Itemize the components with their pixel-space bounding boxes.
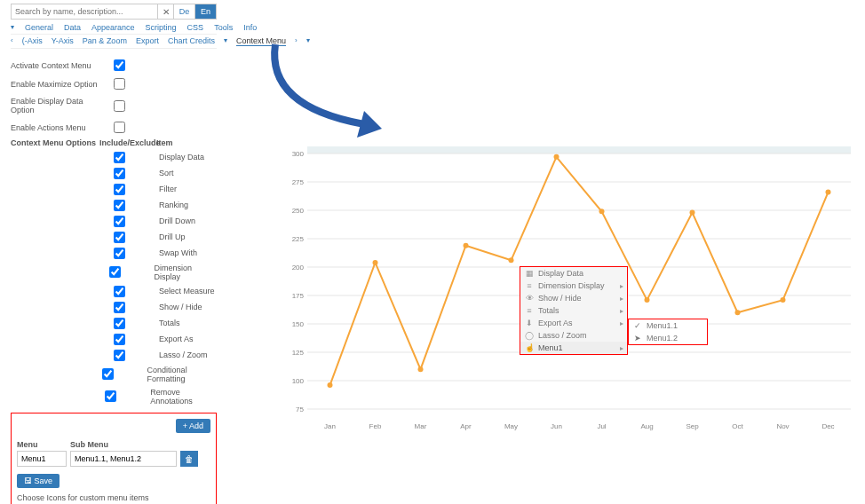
x-tick: Dec xyxy=(821,422,834,430)
subtab-yaxis[interactable]: Y-Axis xyxy=(52,36,74,46)
tab-css[interactable]: CSS xyxy=(187,23,204,32)
tab-data[interactable]: Data xyxy=(64,23,81,32)
lang-de-button[interactable]: De xyxy=(174,4,195,20)
x-tick: Jun xyxy=(551,422,562,430)
context-menu-item[interactable]: ☝Menu1▸ xyxy=(520,342,627,354)
svg-point-16 xyxy=(554,154,559,160)
option-checkbox[interactable] xyxy=(114,248,125,259)
context-menu-item[interactable]: ◯Lasso / Zoom xyxy=(520,329,627,342)
option-checkbox[interactable] xyxy=(105,390,116,402)
col-item: Item xyxy=(156,138,173,147)
option-label: Select Measure xyxy=(159,287,215,295)
chevron-left-icon[interactable]: ‹ xyxy=(11,36,13,46)
svg-point-19 xyxy=(690,210,695,216)
settings-panel: ✕ De En ▾ General Data Appearance Script… xyxy=(11,4,217,504)
svg-point-18 xyxy=(645,297,650,303)
svg-point-13 xyxy=(418,366,424,372)
context-menu-item[interactable]: 👁Show / Hide▸ xyxy=(520,292,627,304)
option-label: Dimension Display xyxy=(155,264,217,281)
option-label: Drill Up xyxy=(159,232,186,241)
delete-button[interactable]: 🗑 xyxy=(180,451,198,467)
search-input[interactable] xyxy=(11,4,158,20)
svg-point-11 xyxy=(328,382,333,388)
option-label: Remove Annotations xyxy=(150,388,217,406)
svg-point-12 xyxy=(373,260,378,265)
y-tick: 225 xyxy=(282,235,304,243)
option-label: Display Data xyxy=(159,153,204,161)
option-checkbox[interactable] xyxy=(114,334,125,345)
svg-point-20 xyxy=(735,310,741,315)
option-label: Show / Hide xyxy=(159,303,202,311)
context-menu-item[interactable]: ≡Totals▸ xyxy=(520,304,627,317)
save-button[interactable]: 🖫 Save xyxy=(17,474,60,488)
x-tick: Mar xyxy=(415,422,427,430)
y-tick: 250 xyxy=(282,207,304,215)
add-button[interactable]: + Add xyxy=(176,419,210,433)
svg-point-15 xyxy=(509,257,514,263)
curved-arrow-icon xyxy=(258,27,400,142)
context-menu-item[interactable]: ⬇Export As▸ xyxy=(520,317,627,329)
option-checkbox[interactable] xyxy=(114,302,125,313)
option-checkbox[interactable] xyxy=(114,216,125,227)
subtab-export[interactable]: Export xyxy=(136,36,159,46)
option-label: Conditional Formatting xyxy=(147,366,217,383)
subtab-panzoom[interactable]: Pan & Zoom xyxy=(83,36,127,46)
svg-point-21 xyxy=(781,297,786,303)
option-checkbox[interactable] xyxy=(114,152,125,163)
tab-appearance[interactable]: Appearance xyxy=(91,23,135,32)
icons-title: Choose Icons for custom menu items xyxy=(17,493,210,502)
subtab-xaxis[interactable]: (-Axis xyxy=(22,36,43,46)
chevron-down-icon[interactable]: ▾ xyxy=(224,36,227,46)
menu-header: Menu xyxy=(17,440,70,449)
clear-icon[interactable]: ✕ xyxy=(158,4,174,20)
tab-tools[interactable]: Tools xyxy=(214,23,233,32)
displaydata-checkbox[interactable] xyxy=(114,100,125,112)
y-tick: 125 xyxy=(282,349,304,357)
tab-scripting[interactable]: Scripting xyxy=(146,23,177,32)
x-tick: Jan xyxy=(324,422,336,430)
option-checkbox[interactable] xyxy=(114,168,125,179)
submenu-input[interactable] xyxy=(70,451,177,467)
subtab-credits[interactable]: Chart Credits xyxy=(168,36,215,46)
context-menu-item[interactable]: ▦Display Data xyxy=(520,267,627,280)
option-checkbox[interactable] xyxy=(109,266,121,278)
x-tick: Nov xyxy=(776,422,789,430)
x-tick: Sep xyxy=(686,422,698,430)
option-checkbox[interactable] xyxy=(114,350,125,361)
submenu-item[interactable]: ✓Menu1.1 xyxy=(629,319,707,332)
y-tick: 300 xyxy=(282,150,304,158)
actions-checkbox[interactable] xyxy=(114,122,125,133)
maximize-label: Enable Maximize Option xyxy=(11,80,99,89)
y-tick: 175 xyxy=(282,292,304,300)
context-menu-item[interactable]: ≡Dimension Display▸ xyxy=(520,280,627,292)
option-checkbox[interactable] xyxy=(102,368,114,380)
sub-tabs: ‹ (-Axis Y-Axis Pan & Zoom Export Chart … xyxy=(11,35,217,49)
y-tick: 100 xyxy=(282,377,304,385)
activate-label: Activate Context Menu xyxy=(11,61,99,70)
menu-input[interactable] xyxy=(17,451,67,467)
submenu-header: Sub Menu xyxy=(70,440,108,449)
chevron-down-icon[interactable]: ▾ xyxy=(11,23,14,32)
option-checkbox[interactable] xyxy=(114,200,125,211)
tab-general[interactable]: General xyxy=(25,23,53,32)
maximize-checkbox[interactable] xyxy=(114,78,125,90)
tab-info[interactable]: Info xyxy=(243,23,257,32)
search-row: ✕ De En xyxy=(11,4,217,20)
svg-point-14 xyxy=(464,243,469,248)
form: Activate Context Menu Enable Maximize Op… xyxy=(11,49,217,504)
activate-checkbox[interactable] xyxy=(114,59,125,71)
option-checkbox[interactable] xyxy=(114,184,125,195)
option-checkbox[interactable] xyxy=(114,318,125,329)
lang-en-button[interactable]: En xyxy=(195,4,217,20)
y-tick: 200 xyxy=(282,264,304,272)
displaydata-label: Enable Display Data Option xyxy=(11,97,99,114)
submenu-item[interactable]: ➤Menu1.2 xyxy=(629,332,707,344)
context-submenu: ✓Menu1.1➤Menu1.2 xyxy=(628,319,708,345)
top-tabs: ▾ General Data Appearance Scripting CSS … xyxy=(11,23,217,35)
option-label: Drill Down xyxy=(159,217,195,225)
option-label: Lasso / Zoom xyxy=(159,350,208,359)
option-checkbox[interactable] xyxy=(114,286,125,297)
option-checkbox[interactable] xyxy=(114,232,125,243)
x-tick: May xyxy=(504,422,518,430)
svg-marker-0 xyxy=(357,111,382,138)
